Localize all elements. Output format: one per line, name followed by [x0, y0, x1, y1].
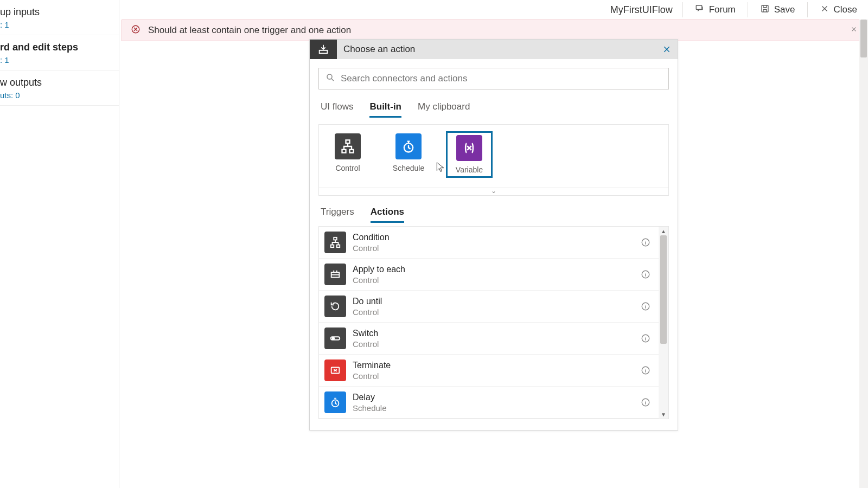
action-icon	[324, 391, 346, 413]
schedule-icon	[395, 133, 422, 159]
tile-label: Variable	[450, 165, 489, 174]
close-label: Close	[834, 4, 857, 15]
scroll-up-icon[interactable]: ▲	[659, 227, 668, 235]
forum-button[interactable]: Forum	[687, 2, 743, 18]
control-icon	[335, 133, 361, 159]
variable-icon	[456, 135, 482, 161]
action-info-button[interactable]	[638, 397, 653, 407]
action-icon	[324, 296, 346, 317]
svg-rect-0	[696, 5, 702, 10]
action-terminate[interactable]: TerminateControl	[319, 355, 659, 387]
connector-schedule[interactable]: Schedule	[385, 131, 432, 178]
scroll-down-icon[interactable]: ▼	[659, 410, 668, 419]
connector-variable[interactable]: Variable	[446, 131, 493, 178]
tab-builtin[interactable]: Built-in	[369, 98, 401, 118]
flow-name: MyFirstUIFlow	[610, 4, 673, 16]
scroll-thumb[interactable]	[860, 20, 867, 57]
action-do-until[interactable]: Do untilControl	[319, 291, 659, 323]
search-input[interactable]	[341, 73, 662, 84]
card-header-icon	[310, 40, 337, 59]
sidebar-subtitle: : 1	[0, 20, 116, 29]
tab-clipboard[interactable]: My clipboard	[418, 98, 470, 118]
top-command-bar: MyFirstUIFlow Forum Save Close	[610, 0, 868, 20]
action-condition[interactable]: ConditionControl	[319, 227, 659, 259]
sidebar-group-outputs[interactable]: w outputs uts: 0	[0, 70, 119, 106]
subpivot-tabs: Triggers Actions	[318, 196, 669, 223]
action-icon	[324, 232, 346, 253]
svg-rect-10	[331, 245, 334, 248]
error-message: Should at least contain one trigger and …	[148, 25, 351, 36]
tab-uiflows[interactable]: UI flows	[321, 98, 353, 118]
action-picker-card: Choose an action UI flows Built-in My cl…	[309, 39, 678, 431]
scroll-thumb[interactable]	[660, 235, 667, 344]
save-icon	[760, 4, 770, 16]
tab-actions[interactable]: Actions	[371, 203, 404, 223]
action-category: Schedule	[353, 403, 638, 413]
action-category: Control	[353, 339, 638, 349]
save-label: Save	[774, 4, 795, 15]
action-icon	[324, 328, 346, 349]
error-icon	[131, 24, 141, 36]
svg-rect-11	[337, 245, 340, 248]
left-sidebar: up inputs : 1 rd and edit steps : 1 w ou…	[0, 0, 119, 488]
card-header: Choose an action	[310, 40, 678, 59]
collapse-connector-grid[interactable]: ⌄	[318, 188, 669, 196]
tab-triggers[interactable]: Triggers	[321, 203, 354, 223]
divider	[807, 2, 808, 17]
divider	[682, 2, 683, 17]
action-text: TerminateControl	[346, 361, 638, 381]
close-icon	[820, 4, 829, 16]
forum-icon	[695, 4, 705, 16]
divider	[748, 2, 748, 17]
sidebar-title: up inputs	[0, 7, 116, 18]
action-text: SwitchControl	[346, 329, 638, 349]
action-info-button[interactable]	[638, 333, 653, 343]
action-list: ConditionControlApply to eachControlDo u…	[319, 227, 659, 419]
svg-rect-6	[342, 150, 346, 153]
action-text: DelaySchedule	[346, 393, 638, 413]
save-button[interactable]: Save	[752, 2, 803, 18]
connector-control[interactable]: Control	[324, 131, 371, 178]
action-icon	[324, 359, 346, 381]
action-text: Apply to eachControl	[346, 265, 638, 285]
action-info-button[interactable]	[638, 365, 653, 375]
connector-grid: Control Schedule Variable	[318, 124, 669, 188]
action-name: Terminate	[353, 361, 638, 370]
action-text: ConditionControl	[346, 233, 638, 253]
action-icon	[324, 264, 346, 285]
search-box[interactable]	[318, 68, 669, 89]
dismiss-banner-button[interactable]	[850, 25, 858, 35]
action-delay[interactable]: DelaySchedule	[319, 387, 659, 419]
action-category: Control	[353, 275, 638, 285]
error-banner: Should at least contain one trigger and …	[122, 20, 866, 41]
svg-point-17	[333, 337, 335, 339]
sidebar-subtitle: : 1	[0, 55, 116, 65]
card-title: Choose an action	[337, 44, 656, 55]
sidebar-group-steps[interactable]: rd and edit steps : 1	[0, 35, 119, 70]
close-button[interactable]: Close	[812, 2, 865, 18]
sidebar-title: w outputs	[0, 77, 116, 88]
pivot-tabs: UI flows Built-in My clipboard	[318, 98, 669, 118]
action-info-button[interactable]	[638, 269, 653, 279]
svg-rect-5	[346, 140, 350, 143]
svg-rect-3	[320, 50, 328, 54]
action-switch[interactable]: SwitchControl	[319, 323, 659, 355]
tile-label: Control	[327, 164, 369, 172]
sidebar-subtitle: uts: 0	[0, 91, 116, 100]
sidebar-group-inputs[interactable]: up inputs : 1	[0, 0, 119, 35]
svg-rect-1	[762, 5, 768, 12]
action-name: Delay	[353, 393, 638, 402]
action-category: Control	[353, 307, 638, 317]
action-info-button[interactable]	[638, 237, 653, 247]
card-close-button[interactable]	[656, 45, 678, 54]
canvas-scrollbar[interactable]: ▲	[859, 20, 868, 488]
action-info-button[interactable]	[638, 301, 653, 311]
action-category: Control	[353, 371, 638, 381]
svg-rect-7	[350, 150, 354, 153]
designer-canvas: Should at least contain one trigger and …	[119, 20, 868, 488]
action-name: Switch	[353, 329, 638, 338]
action-list-scrollbar[interactable]: ▲ ▼	[659, 227, 668, 419]
forum-label: Forum	[709, 4, 736, 15]
action-name: Apply to each	[353, 265, 638, 274]
action-apply-to-each[interactable]: Apply to eachControl	[319, 259, 659, 291]
